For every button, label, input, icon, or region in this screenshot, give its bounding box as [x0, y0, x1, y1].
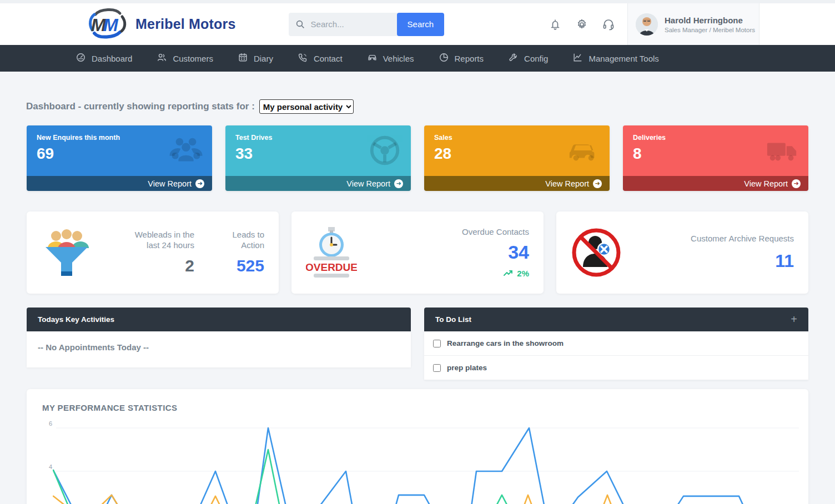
todo-item: prep plates — [424, 356, 808, 380]
panel-title: Todays Key Activities — [38, 315, 114, 324]
header-icon-group — [549, 18, 615, 31]
todo-label: prep plates — [447, 364, 487, 372]
todo-label: Rearrange cars in the showroom — [447, 339, 564, 347]
trend-value: 2% — [517, 269, 529, 278]
webleads-label: Webleads in the last 24 hours — [128, 230, 194, 251]
overdue-label: Overdue Contacts — [462, 227, 529, 238]
pie-chart-icon — [439, 52, 449, 64]
speedometer-icon — [76, 52, 86, 64]
nav-item-customers[interactable]: Customers — [157, 52, 213, 64]
lead-funnel-icon — [41, 226, 92, 279]
overdue-trend: 2% — [462, 269, 529, 278]
stat-card-deliveries: Deliveries 8 View Report ➜ — [623, 125, 808, 191]
nav-label: Config — [524, 54, 548, 63]
wrench-icon — [508, 52, 519, 64]
arrow-circle-right-icon: ➜ — [593, 179, 602, 188]
view-report-link[interactable]: View Report ➜ — [225, 176, 411, 191]
key-activities-header: Todays Key Activities — [27, 308, 411, 331]
meribel-logo: M M — [88, 8, 128, 41]
overdue-contacts-card: OVERDUE Overdue Contacts 34 2% — [291, 211, 544, 294]
chart-title: MY PERFORMANCE STATISTICS — [42, 403, 177, 412]
view-report-link[interactable]: View Report ➜ — [27, 176, 212, 191]
car-icon — [566, 133, 601, 168]
nav-item-vehicles[interactable]: Vehicles — [367, 52, 414, 64]
line-chart-icon — [572, 52, 583, 64]
arrow-circle-right-icon: ➜ — [195, 179, 204, 188]
main-nav: Dashboard Customers Diary Contact Vehicl… — [0, 45, 835, 72]
performance-line-chart — [53, 421, 800, 504]
reporting-filter-select[interactable]: My personal activity — [259, 99, 354, 114]
user-menu[interactable]: Harold Herringbone Sales Manager / Merib… — [627, 3, 759, 45]
nav-item-config[interactable]: Config — [508, 52, 548, 64]
add-todo-button[interactable]: + — [791, 313, 797, 326]
search-button[interactable]: Search — [397, 13, 445, 36]
todo-panel: To Do List + Rearrange cars in the showr… — [424, 308, 808, 380]
arrow-circle-right-icon: ➜ — [792, 179, 801, 188]
info-cards-row: Webleads in the last 24 hours 2 Leads to… — [27, 211, 808, 294]
view-report-label: View Report — [744, 179, 788, 188]
brand-name: Meribel Motors — [135, 16, 236, 32]
nav-label: Management Tools — [588, 54, 658, 63]
stat-card-sales: Sales 28 View Report ➜ — [424, 125, 610, 191]
bell-icon[interactable] — [549, 18, 562, 31]
todo-checkbox[interactable] — [433, 364, 441, 372]
archive-requests-card: Customer Archive Requests 11 — [556, 211, 808, 294]
leads-to-action-label: Leads to Action — [220, 230, 264, 251]
arrow-circle-right-icon: ➜ — [394, 179, 403, 188]
no-appointments-text: -- No Appointments Today -- — [27, 331, 411, 367]
archive-label: Customer Archive Requests — [691, 234, 794, 244]
panel-title: To Do List — [435, 315, 471, 324]
nav-item-management-tools[interactable]: Management Tools — [572, 52, 658, 64]
stat-card-new-enquiries: New Enquires this month 69 View Report ➜ — [27, 125, 212, 191]
webleads-value: 2 — [128, 256, 194, 275]
todo-item: Rearrange cars in the showroom — [424, 331, 808, 356]
nav-label: Customers — [173, 54, 213, 63]
view-report-label: View Report — [148, 179, 192, 188]
webleads-card: Webleads in the last 24 hours 2 Leads to… — [27, 211, 279, 294]
stat-card-test-drives: Test Drives 33 View Report ➜ — [225, 125, 411, 191]
stat-card-body: Sales 28 — [424, 125, 610, 176]
nav-label: Dashboard — [92, 54, 132, 63]
view-report-link[interactable]: View Report ➜ — [623, 176, 808, 191]
car-icon — [367, 52, 378, 64]
search-bar: Search — [289, 13, 445, 36]
key-activities-panel: Todays Key Activities -- No Appointments… — [27, 308, 411, 367]
nav-item-diary[interactable]: Diary — [238, 52, 273, 64]
stat-card-body: New Enquires this month 69 — [27, 125, 212, 176]
calendar-icon — [238, 52, 248, 64]
avatar — [636, 13, 658, 36]
user-name: Harold Herringbone — [665, 16, 755, 25]
app-header: M M Meribel Motors Search — [0, 3, 835, 45]
stat-card-body: Deliveries 8 — [623, 125, 808, 176]
trend-up-icon — [504, 269, 514, 278]
user-role: Sales Manager / Meribel Motors — [665, 27, 755, 33]
gear-icon[interactable] — [575, 18, 588, 31]
view-report-link[interactable]: View Report ➜ — [424, 176, 610, 191]
nav-label: Diary — [254, 54, 273, 63]
nav-item-reports[interactable]: Reports — [439, 52, 484, 64]
people-icon — [157, 52, 167, 64]
phone-icon — [298, 52, 308, 64]
view-report-label: View Report — [346, 179, 390, 188]
page-title: Dashboard - currently showing reporting … — [26, 101, 255, 112]
search-icon — [295, 19, 305, 29]
y-tick-label: 6 — [39, 420, 52, 427]
svg-text:M: M — [103, 15, 119, 35]
todo-header: To Do List + — [424, 308, 808, 331]
archived-customer-icon — [571, 226, 622, 279]
y-tick-label: 4 — [39, 463, 52, 470]
headset-icon[interactable] — [602, 18, 615, 31]
stat-card-body: Test Drives 33 — [225, 125, 411, 176]
view-report-label: View Report — [545, 179, 589, 188]
svg-text:OVERDUE: OVERDUE — [306, 261, 357, 273]
nav-item-dashboard[interactable]: Dashboard — [76, 52, 132, 64]
users-group-icon — [169, 133, 203, 168]
performance-chart-card: MY PERFORMANCE STATISTICS 6 4 2 — [27, 389, 808, 504]
nav-label: Reports — [455, 54, 484, 63]
leads-to-action-value: 525 — [220, 256, 264, 275]
brand[interactable]: M M Meribel Motors — [88, 8, 236, 41]
nav-item-contact[interactable]: Contact — [298, 52, 343, 64]
todo-checkbox[interactable] — [433, 340, 441, 347]
steering-wheel-icon — [368, 133, 402, 168]
nav-label: Vehicles — [383, 54, 414, 63]
